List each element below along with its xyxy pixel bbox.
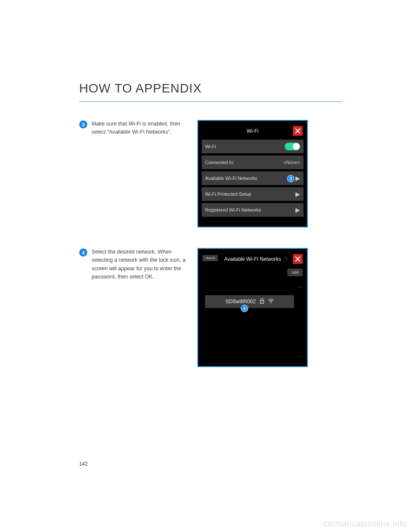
step-3-block: 3 Make sure that Wi-Fi is enabled, then …	[79, 120, 342, 227]
connected-to-row[interactable]: Connected to: <None>	[202, 155, 304, 169]
svg-point-0	[285, 257, 286, 258]
chevron-right-icon: ▶	[295, 206, 300, 213]
wps-label: Wi-Fi Protected Setup	[205, 191, 293, 197]
callout-badge-3: 3	[287, 175, 294, 182]
watermark: carmanualsonline.info	[323, 519, 407, 529]
network-list-item[interactable]: SDSwifiR002 4	[205, 295, 294, 308]
scroll-arrows: ︿ ﹀	[297, 282, 304, 361]
step-3-badge: 3	[79, 120, 87, 129]
connected-value: <None>	[283, 160, 300, 165]
wps-row[interactable]: Wi-Fi Protected Setup ▶	[202, 187, 304, 201]
available-networks-row[interactable]: Available Wi-Fi Networks 3 ▶	[202, 171, 304, 185]
registered-label: Registered Wi-Fi Networks	[205, 207, 293, 212]
chevron-left-icon: ‹	[204, 256, 206, 260]
close-icon	[295, 128, 301, 134]
network-name: SDSwifiR002	[226, 299, 256, 305]
svg-point-7	[283, 258, 284, 258]
available-networks-screen: ‹ BACK Available Wi-Fi Networks Add	[197, 248, 308, 367]
svg-point-6	[283, 259, 283, 260]
available-label: Available Wi-Fi Networks	[205, 176, 293, 181]
wifi-signal-icon	[268, 299, 274, 304]
lock-icon	[260, 299, 264, 305]
back-label: BACK	[206, 256, 216, 260]
scroll-down-icon[interactable]: ﹀	[298, 353, 304, 361]
page-title: HOW TO APPENDIX	[79, 81, 342, 96]
close-button[interactable]	[293, 254, 303, 264]
svg-point-4	[285, 262, 285, 262]
scroll-up-icon[interactable]: ︿	[298, 282, 304, 290]
connected-label: Connected to:	[205, 160, 280, 165]
wifi-settings-screen: Wi-Fi Wi-Fi Connected to: <None> Availab…	[197, 120, 308, 227]
step-4-block: 4 Select the desired network. When selec…	[79, 248, 342, 367]
chevron-right-icon: ▶	[295, 191, 300, 197]
wifi-toggle-on[interactable]	[285, 143, 300, 150]
wifi-label: Wi-Fi	[205, 144, 285, 149]
svg-point-8	[271, 302, 271, 303]
close-icon	[295, 256, 301, 262]
svg-point-1	[286, 257, 287, 258]
title-divider	[79, 102, 342, 102]
callout-badge-4: 4	[241, 305, 248, 312]
page-number: 142	[79, 461, 88, 467]
svg-point-3	[286, 261, 287, 262]
loading-spinner-icon	[282, 257, 288, 263]
step-4-badge: 4	[79, 248, 87, 257]
add-network-button[interactable]: Add	[287, 269, 303, 276]
wifi-toggle-row[interactable]: Wi-Fi	[202, 140, 304, 153]
registered-networks-row[interactable]: Registered Wi-Fi Networks ▶	[202, 203, 304, 217]
screen1-title: Wi-Fi	[202, 128, 304, 134]
svg-point-5	[283, 261, 284, 261]
back-button[interactable]: ‹ BACK	[203, 255, 218, 261]
step-3-text: Make sure that Wi-Fi is enabled, then se…	[92, 120, 191, 137]
step-4-text: Select the desired network. When selecti…	[92, 248, 191, 281]
close-button[interactable]	[293, 126, 303, 136]
chevron-right-icon: ▶	[295, 175, 300, 182]
svg-point-2	[287, 259, 288, 260]
